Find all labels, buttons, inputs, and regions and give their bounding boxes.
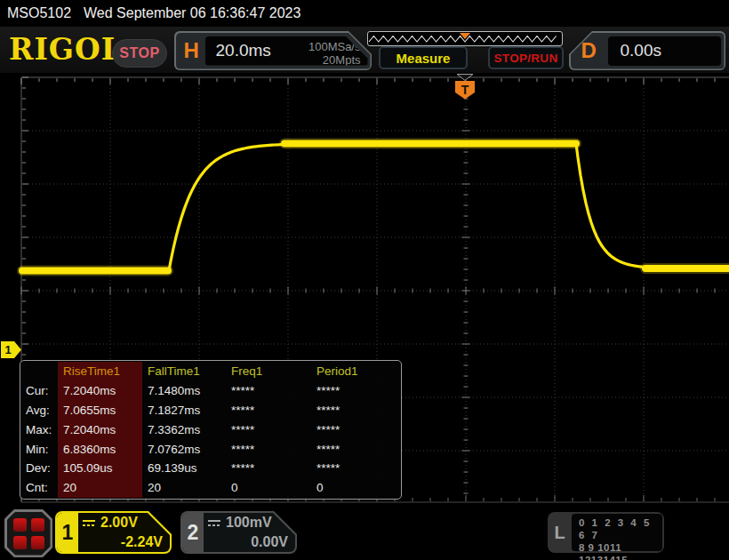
meas-row-label: Min: — [20, 439, 58, 459]
channel1-scale: 2.00V — [100, 515, 138, 531]
function-navigation-button[interactable] — [4, 509, 52, 557]
logic-channels-row1: 0 1 2 3 4 5 6 7 — [579, 516, 662, 541]
meas-value: 7.1827ms — [142, 401, 226, 420]
dc-coupling-icon — [82, 518, 96, 528]
window-position-marker — [460, 33, 470, 39]
meas-value: ***** — [226, 459, 311, 478]
meas-value: 20 — [142, 478, 226, 498]
channel2-scale: 100mV — [226, 515, 272, 531]
meas-row-label: Cur: — [20, 381, 58, 401]
meas-value: 69.139us — [142, 459, 226, 478]
meas-value: ***** — [311, 420, 401, 439]
ch1-trace — [22, 144, 729, 271]
meas-value: 7.2040ms — [58, 420, 142, 439]
meas-value: 0 — [311, 478, 401, 498]
channel1-offset: -2.24V — [121, 534, 163, 550]
measurement-table[interactable]: RiseTime1FallTime1Freq1Period1Cur:7.2040… — [20, 360, 402, 500]
meas-header: Freq1 — [226, 362, 311, 381]
meas-value: ***** — [311, 459, 401, 478]
oscilloscope-screen: MSO5102 Wed September 06 16:36:47 2023 R… — [0, 0, 729, 560]
meas-value: ***** — [311, 401, 401, 420]
logic-label: L — [548, 512, 572, 553]
meas-corner — [20, 362, 58, 381]
logic-channels-field: 0 1 2 3 4 5 6 7 8 9 1011 12131415 — [572, 514, 662, 551]
meas-header: RiseTime1 — [58, 362, 142, 381]
trigger-position-marker[interactable]: T — [455, 75, 475, 100]
meas-header: FallTime1 — [142, 362, 226, 381]
channel1-number: 1 — [57, 513, 78, 552]
meas-value: ***** — [311, 381, 401, 401]
channel2-panel[interactable]: 2 100mV 0.00V — [180, 511, 297, 554]
channel1-panel[interactable]: 1 2.00V -2.24V — [55, 511, 172, 554]
meas-value: ***** — [226, 439, 311, 459]
logic-channels-row2: 8 9 1011 12131415 — [579, 541, 662, 560]
meas-value: ***** — [226, 401, 311, 420]
meas-value: 7.1480ms — [142, 381, 226, 401]
meas-value: 7.3362ms — [142, 420, 226, 439]
channel2-offset: 0.00V — [251, 534, 288, 550]
meas-row-label: Dev: — [20, 459, 58, 478]
meas-value: ***** — [226, 381, 311, 401]
apps-grid-icon — [7, 512, 51, 556]
meas-value: 20 — [58, 478, 142, 498]
meas-value: 105.09us — [58, 459, 142, 478]
record-overview-bar[interactable] — [367, 31, 563, 46]
measurement-grid: RiseTime1FallTime1Freq1Period1Cur:7.2040… — [20, 361, 401, 499]
meas-value: 7.0762ms — [142, 439, 226, 459]
meas-value: 7.0655ms — [58, 401, 142, 420]
meas-value: 6.8360ms — [58, 439, 142, 459]
channel1-ground-marker[interactable]: 1 — [1, 341, 21, 358]
meas-value: 7.2040ms — [58, 381, 142, 401]
meas-value: 0 — [226, 478, 311, 498]
dc-coupling-icon — [207, 518, 221, 528]
meas-value: ***** — [226, 420, 311, 439]
meas-header: Period1 — [311, 362, 401, 381]
meas-value: ***** — [311, 439, 401, 459]
trigger-symbol: T — [461, 83, 469, 97]
meas-row-label: Avg: — [20, 401, 58, 420]
channel1-marker-label: 1 — [4, 343, 11, 356]
logic-analyzer-panel[interactable]: L 0 1 2 3 4 5 6 7 8 9 1011 12131415 — [548, 512, 664, 553]
channel2-number: 2 — [182, 513, 204, 552]
meas-row-label: Max: — [20, 420, 58, 439]
meas-row-label: Cnt: — [20, 478, 58, 498]
